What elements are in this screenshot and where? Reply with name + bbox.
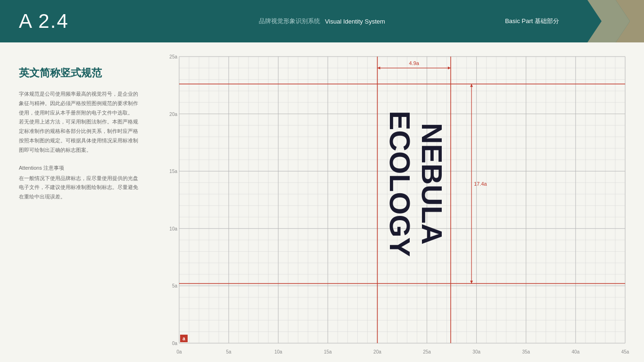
attention-text: 在一般情况下使用品牌标志，应尽量使用提供的光盘电子文件，不建议使用标准制图绘制标… bbox=[19, 174, 141, 202]
description-text: 字体规范是公司使用频率最高的视觉符号，是企业的象征与精神。因此必须严格按照图例规… bbox=[19, 90, 141, 155]
header-cn-label: 品牌视觉形象识别系统 bbox=[259, 17, 320, 25]
page-number: A 2.4 bbox=[19, 10, 69, 33]
attention-title: Attentions 注意事项 bbox=[19, 165, 141, 172]
left-panel: 英文简称竖式规范 字体规范是公司使用频率最高的视觉符号，是企业的象征与精神。因此… bbox=[0, 42, 160, 362]
main-content: 英文简称竖式规范 字体规范是公司使用频率最高的视觉符号，是企业的象征与精神。因此… bbox=[0, 42, 644, 362]
chevron-decoration bbox=[587, 0, 644, 42]
grid-container bbox=[165, 52, 630, 357]
section-title: 英文简称竖式规范 bbox=[19, 66, 141, 80]
header-section: Basic Part 基础部分 bbox=[505, 17, 559, 25]
header-center: 品牌视觉形象识别系统 Visual Identity System bbox=[259, 17, 385, 25]
grid-canvas bbox=[165, 52, 630, 357]
right-panel bbox=[160, 42, 644, 362]
header-en-label: Visual Identity System bbox=[325, 18, 385, 25]
header: A 2.4 品牌视觉形象识别系统 Visual Identity System … bbox=[0, 0, 644, 42]
